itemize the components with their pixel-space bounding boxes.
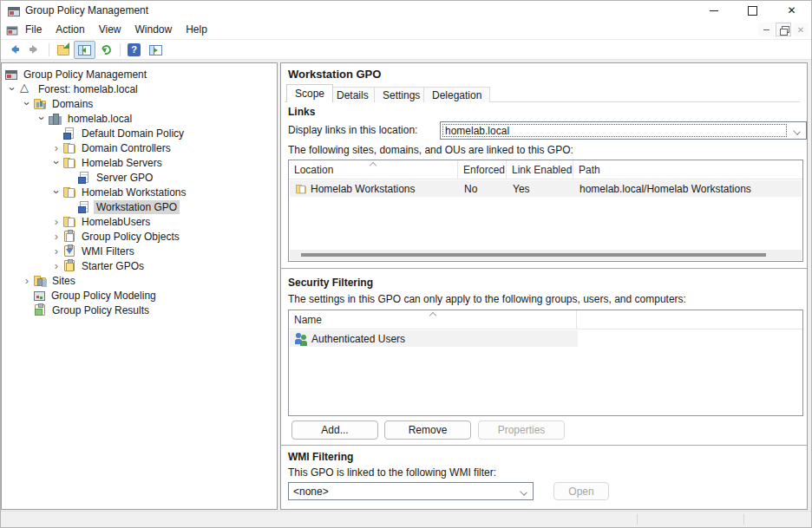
links-table: Location Enforced Link Enabled Path Home… — [288, 160, 803, 262]
tree-item-homelabusers[interactable]: HomelabUsers — [2, 214, 277, 229]
menu-action[interactable]: Action — [49, 21, 91, 38]
chevron-right-icon[interactable] — [55, 216, 58, 227]
toolbar-separator — [49, 43, 49, 56]
chevron-right-icon[interactable] — [55, 231, 58, 242]
status-bar-separator — [637, 514, 638, 525]
gpmc-window: Group Policy Management File Action View… — [0, 0, 812, 528]
mdi-minimize-button[interactable] — [758, 23, 774, 36]
maximize-button[interactable] — [733, 1, 772, 20]
tree-item-group-policy-objects[interactable]: Group Policy Objects — [2, 229, 277, 244]
tree-item-sites[interactable]: Sites — [2, 273, 277, 288]
workspace: Group Policy Management Forest: homelab.… — [1, 60, 811, 511]
wmi-filters-icon — [64, 245, 75, 257]
chevron-down-icon[interactable] — [40, 113, 43, 124]
column-header-link-enabled[interactable]: Link Enabled — [507, 160, 573, 179]
sort-ascending-icon — [370, 162, 377, 169]
ou-folder-icon — [63, 160, 75, 168]
back-arrow-icon — [7, 45, 20, 55]
tree-item-group-policy-modeling[interactable]: Group Policy Modeling — [2, 288, 277, 303]
tree-item-server-gpo[interactable]: Server GPO — [2, 170, 277, 185]
chevron-right-icon[interactable] — [25, 275, 29, 286]
up-one-level-button[interactable] — [52, 41, 74, 59]
wmi-filter-combobox[interactable]: <none> — [288, 482, 534, 500]
tree-item-domain-homelab[interactable]: homelab.local — [2, 111, 277, 126]
chevron-down-icon[interactable] — [10, 83, 14, 95]
chevron-right-icon[interactable] — [55, 245, 58, 257]
tab-details[interactable]: Details — [328, 87, 377, 102]
column-header-name[interactable]: Name — [289, 310, 577, 329]
wmi-filter-value: <none> — [293, 486, 329, 498]
results-icon — [35, 304, 45, 316]
modeling-icon — [34, 291, 45, 301]
open-button: Open — [553, 482, 609, 500]
tab-settings[interactable]: Settings — [374, 87, 429, 102]
mdi-close-button[interactable] — [793, 23, 809, 36]
chevron-down-icon[interactable] — [55, 186, 58, 198]
tree-item-starter-gpos[interactable]: Starter GPOs — [2, 258, 277, 273]
chevron-down-icon[interactable] — [55, 157, 58, 168]
ou-folder-icon — [63, 145, 75, 153]
chevron-right-icon[interactable] — [55, 142, 58, 153]
minimize-icon — [710, 10, 718, 11]
chevron-down-icon[interactable] — [25, 98, 29, 109]
tree-item-domains[interactable]: Domains — [2, 96, 277, 111]
mdi-minimize-icon — [763, 29, 769, 30]
links-caption: The following sites, domains, and OUs ar… — [288, 144, 573, 156]
forward-button[interactable] — [24, 41, 46, 59]
tree-item-homelab-servers[interactable]: Homelab Servers — [2, 155, 277, 170]
tree-item-forest[interactable]: Forest: homelab.local — [2, 81, 277, 96]
links-table-row[interactable]: Homelab Workstations No Yes homelab.loca… — [290, 180, 802, 197]
console-icon — [7, 26, 18, 35]
remove-button[interactable]: Remove — [384, 420, 471, 440]
location-combobox[interactable]: homelab.local — [440, 121, 807, 140]
links-heading: Links — [288, 106, 315, 118]
gpo-title: Workstation GPO — [288, 68, 381, 81]
close-button[interactable] — [772, 1, 811, 20]
tree-item-root[interactable]: Group Policy Management — [2, 67, 277, 81]
gpo-link-icon — [80, 172, 88, 183]
refresh-icon — [100, 43, 113, 56]
menu-file[interactable]: File — [18, 21, 49, 38]
domain-icon — [49, 112, 62, 125]
toolbar — [1, 40, 811, 60]
chevron-right-icon[interactable] — [55, 260, 58, 271]
security-table-row[interactable]: Authenticated Users — [290, 330, 578, 347]
toolbar-separator — [120, 43, 121, 56]
menu-view[interactable]: View — [92, 21, 128, 38]
security-table: Name Authenticated Users — [288, 310, 803, 416]
horizontal-scrollbar[interactable] — [290, 250, 802, 260]
tab-scope[interactable]: Scope — [286, 84, 333, 102]
scrollbar-thumb[interactable] — [301, 253, 766, 257]
domains-folder-icon — [34, 101, 46, 109]
tree-item-homelab-workstations[interactable]: Homelab Workstations — [2, 185, 277, 199]
tree-item-group-policy-results[interactable]: Group Policy Results — [2, 303, 277, 317]
column-header-enforced[interactable]: Enforced — [458, 160, 507, 179]
forest-icon — [19, 82, 32, 95]
refresh-button[interactable] — [95, 41, 117, 59]
gpo-container-icon — [64, 231, 75, 242]
minimize-button[interactable] — [694, 1, 733, 20]
help-button[interactable] — [123, 41, 145, 59]
column-header-location[interactable]: Location — [289, 160, 458, 179]
tree-item-domain-controllers[interactable]: Domain Controllers — [2, 140, 277, 155]
chevron-down-icon — [520, 488, 527, 496]
security-filtering-caption: The settings in this GPO can only apply … — [288, 293, 686, 305]
tab-delegation[interactable]: Delegation — [423, 87, 490, 102]
column-header-path[interactable]: Path — [573, 160, 802, 179]
show-action-pane-button[interactable] — [145, 41, 167, 59]
tree-item-wmi-filters[interactable]: WMI Filters — [2, 244, 277, 258]
tree-item-default-domain-policy[interactable]: Default Domain Policy — [2, 126, 277, 140]
menu-help[interactable]: Help — [179, 21, 214, 38]
menu-window[interactable]: Window — [128, 21, 180, 38]
add-button[interactable]: Add... — [291, 420, 378, 440]
tree-item-workstation-gpo[interactable]: Workstation GPO — [2, 199, 277, 214]
ou-folder-icon — [63, 189, 75, 198]
back-button[interactable] — [3, 41, 24, 59]
forward-arrow-icon — [29, 45, 42, 55]
mdi-restore-button[interactable] — [776, 23, 791, 36]
display-links-label: Display links in this location: — [288, 124, 417, 136]
security-filtering-heading: Security Filtering — [288, 277, 373, 289]
location-value: homelab.local — [445, 125, 509, 137]
show-console-tree-button[interactable] — [74, 41, 95, 59]
scope-pane: Workstation GPO Scope Details Settings D… — [280, 62, 808, 510]
